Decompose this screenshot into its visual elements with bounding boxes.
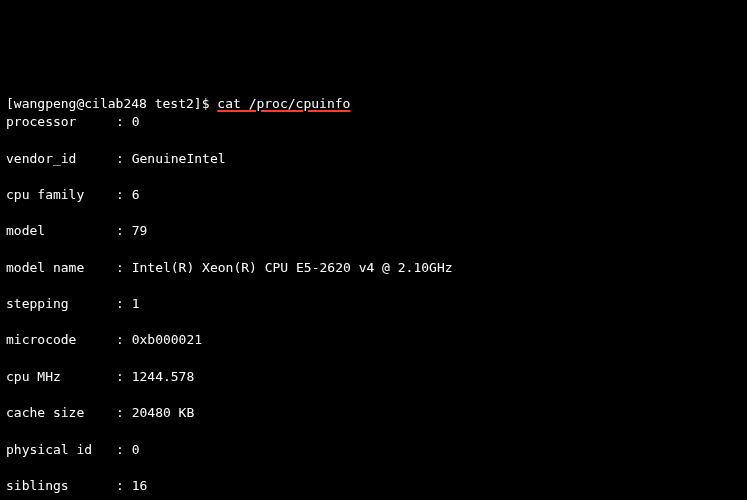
cpuinfo-cpu-mhz: cpu MHz: 1244.578 <box>6 368 741 386</box>
field-val: 1 <box>132 296 140 311</box>
field-key: model <box>6 222 116 240</box>
colon: : <box>116 442 132 457</box>
cpuinfo-stepping: stepping: 1 <box>6 295 741 313</box>
colon: : <box>116 114 132 129</box>
cpuinfo-model-name: model name: Intel(R) Xeon(R) CPU E5-2620… <box>6 259 741 277</box>
field-val: Intel(R) Xeon(R) CPU E5-2620 v4 @ 2.10GH… <box>132 260 453 275</box>
cpuinfo-physical-id: physical id: 0 <box>6 441 741 459</box>
field-key: model name <box>6 259 116 277</box>
colon: : <box>116 187 132 202</box>
field-key: siblings <box>6 477 116 495</box>
field-key: cache size <box>6 404 116 422</box>
colon: : <box>116 260 132 275</box>
cpuinfo-siblings: siblings: 16 <box>6 477 741 495</box>
field-key: stepping <box>6 295 116 313</box>
colon: : <box>116 223 132 238</box>
cpuinfo-vendor-id: vendor_id: GenuineIntel <box>6 150 741 168</box>
field-val: 0xb000021 <box>132 332 202 347</box>
field-val: 6 <box>132 187 140 202</box>
field-val: 16 <box>132 478 148 493</box>
field-val: 0 <box>132 114 140 129</box>
field-val: GenuineIntel <box>132 151 226 166</box>
field-val: 0 <box>132 442 140 457</box>
colon: : <box>116 332 132 347</box>
field-val: 79 <box>132 223 148 238</box>
field-key: cpu MHz <box>6 368 116 386</box>
terminal-output: [wangpeng@cilab248 test2]$ cat /proc/cpu… <box>6 77 741 500</box>
cpuinfo-cpu-family: cpu family: 6 <box>6 186 741 204</box>
colon: : <box>116 369 132 384</box>
field-key: microcode <box>6 331 116 349</box>
colon: : <box>116 151 132 166</box>
cpuinfo-cache-size: cache size: 20480 KB <box>6 404 741 422</box>
field-val: 20480 KB <box>132 405 195 420</box>
cpuinfo-model: model: 79 <box>6 222 741 240</box>
field-key: vendor_id <box>6 150 116 168</box>
shell-command: cat /proc/cpuinfo <box>217 96 350 111</box>
colon: : <box>116 405 132 420</box>
colon: : <box>116 478 132 493</box>
cpuinfo-microcode: microcode: 0xb000021 <box>6 331 741 349</box>
field-key: physical id <box>6 441 116 459</box>
cpuinfo-processor: processor: 0 <box>6 113 741 131</box>
shell-prompt: [wangpeng@cilab248 test2]$ <box>6 96 217 111</box>
field-val: 1244.578 <box>132 369 195 384</box>
field-key: cpu family <box>6 186 116 204</box>
field-key: processor <box>6 113 116 131</box>
colon: : <box>116 296 132 311</box>
